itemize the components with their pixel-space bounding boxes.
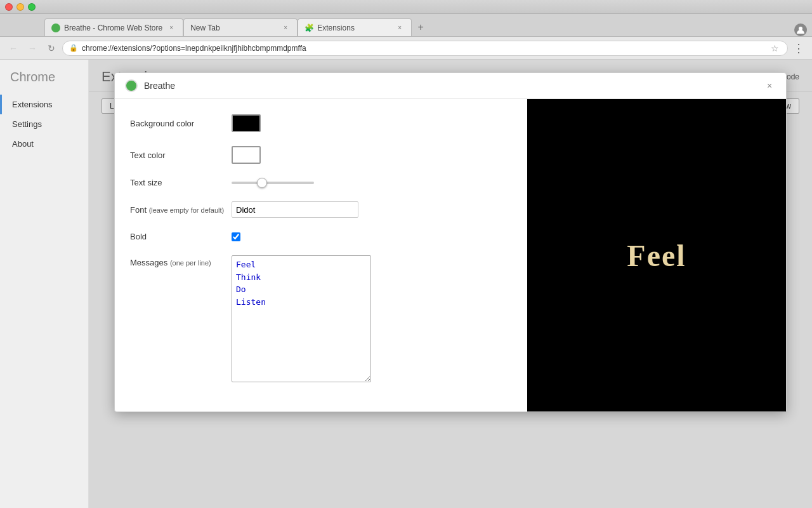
bold-label: Bold	[130, 232, 232, 241]
url-text: chrome://extensions/?options=lnepdnkpeil…	[82, 44, 764, 53]
text-color-swatch[interactable]	[232, 146, 261, 164]
sidebar-item-about[interactable]: About	[0, 134, 88, 154]
tab-favicon-breathe	[51, 23, 60, 32]
maximize-button[interactable]	[28, 3, 36, 11]
url-path: extensions	[114, 44, 150, 53]
background-color-swatch[interactable]	[232, 114, 261, 132]
back-button[interactable]: ←	[5, 40, 22, 57]
tab-close-extensions[interactable]: ×	[395, 23, 405, 33]
sidebar-item-settings[interactable]: Settings	[0, 114, 88, 134]
url-params: /?options=lnepdnkpeilknjfjhibhcbmpmmdpmf…	[150, 44, 306, 53]
font-label-sub: (leave empty for default)	[149, 206, 225, 214]
tab-title-extensions: Extensions	[317, 23, 391, 32]
font-input[interactable]	[232, 201, 358, 218]
reload-button[interactable]: ↻	[43, 40, 60, 57]
font-row: Font (leave empty for default)	[130, 201, 512, 218]
text-color-label: Text color	[130, 150, 232, 160]
tab-newtab[interactable]: New Tab ×	[183, 18, 298, 36]
tab-title-breathe: Breathe - Chrome Web Store	[64, 23, 162, 32]
background-color-row: Background color	[130, 114, 512, 132]
profile-icon[interactable]	[794, 23, 807, 36]
modal-header: Breathe ×	[115, 73, 786, 99]
forward-button[interactable]: →	[24, 40, 41, 57]
preview-word: Feel	[627, 238, 686, 273]
messages-textarea[interactable]: Feel Think Do Listen	[232, 255, 371, 382]
traffic-lights	[5, 3, 36, 11]
puzzle-icon: 🧩	[304, 23, 313, 32]
breathe-options-modal: Breathe × Background color Te	[114, 72, 787, 412]
tab-title-newtab: New Tab	[190, 23, 277, 32]
minimize-button[interactable]	[16, 3, 24, 11]
messages-label-main: Messages	[130, 258, 167, 267]
modal-overlay: Breathe × Background color Te	[89, 60, 812, 508]
tab-breathe[interactable]: Breathe - Chrome Web Store ×	[44, 18, 183, 36]
main-area: Extensions Developer mode Load unpacked …	[89, 60, 812, 508]
messages-label: Messages (one per line)	[130, 255, 232, 267]
bold-checkbox[interactable]	[232, 232, 240, 241]
background-color-label: Background color	[130, 119, 232, 128]
tab-close-newtab[interactable]: ×	[280, 23, 291, 33]
text-color-row: Text color	[130, 146, 512, 164]
titlebar	[0, 0, 812, 14]
modal-config-panel: Background color Text color Text size	[115, 99, 527, 411]
text-size-row: Text size	[130, 178, 512, 187]
messages-label-sub: (one per line)	[170, 259, 211, 267]
content-area: Chrome Extensions Settings About Extensi…	[0, 60, 812, 508]
bold-row: Bold	[130, 232, 512, 241]
tab-extensions[interactable]: 🧩 Extensions ×	[298, 18, 412, 36]
messages-row: Messages (one per line) Feel Think Do Li…	[130, 255, 512, 382]
text-size-slider[interactable]	[232, 182, 314, 184]
sidebar-item-extensions[interactable]: Extensions	[0, 95, 88, 114]
font-label: Font (leave empty for default)	[130, 205, 232, 215]
address-bar[interactable]: 🔒 chrome://extensions/?options=lnepdnkpe…	[62, 41, 788, 56]
modal-close-button[interactable]: ×	[763, 79, 776, 92]
sidebar-item-settings-label: Settings	[12, 119, 42, 129]
sidebar: Chrome Extensions Settings About	[0, 60, 89, 508]
tab-close-breathe[interactable]: ×	[166, 23, 176, 33]
more-button[interactable]: ⋮	[790, 40, 807, 57]
sidebar-item-extensions-label: Extensions	[12, 100, 53, 109]
modal-title: Breathe	[144, 81, 757, 91]
text-size-slider-container	[232, 182, 314, 184]
modal-body: Background color Text color Text size	[115, 99, 786, 411]
extension-icon	[125, 79, 138, 92]
sidebar-item-about-label: About	[12, 139, 34, 149]
bookmark-icon[interactable]: ☆	[768, 42, 781, 55]
modal-preview-panel: Feel	[527, 99, 786, 411]
new-tab-button[interactable]: +	[412, 18, 429, 36]
url-scheme: chrome://	[82, 44, 114, 53]
font-label-main: Font	[130, 205, 147, 215]
sidebar-brand: Chrome	[0, 66, 88, 95]
tabbar: Breathe - Chrome Web Store × New Tab × 🧩…	[0, 14, 812, 37]
navbar: ← → ↻ 🔒 chrome://extensions/?options=lne…	[0, 37, 812, 60]
close-button[interactable]	[5, 3, 13, 11]
lock-icon: 🔒	[69, 44, 78, 52]
text-size-label: Text size	[130, 178, 232, 187]
